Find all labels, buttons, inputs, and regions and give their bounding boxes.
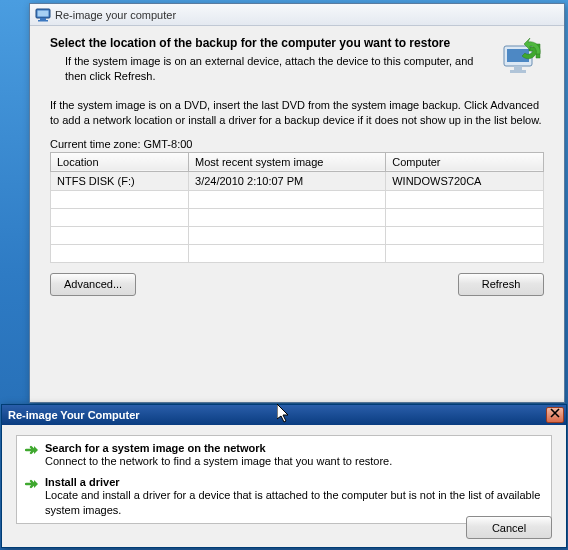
svg-rect-2 [40, 18, 46, 20]
close-button[interactable] [546, 407, 564, 423]
backup-table[interactable]: Location Most recent system image Comput… [50, 152, 544, 263]
svg-rect-3 [38, 20, 48, 22]
monitor-icon [35, 7, 51, 23]
page-subheading: If the system image is on an external de… [65, 54, 486, 84]
close-icon [550, 408, 560, 418]
table-header: Location Most recent system image Comput… [51, 152, 544, 171]
table-row[interactable] [51, 244, 544, 262]
window-title: Re-image Your Computer [8, 409, 140, 421]
col-location[interactable]: Location [51, 152, 189, 171]
reimage-dialog: Re-image your computer Select the locati… [29, 3, 565, 403]
col-computer[interactable]: Computer [386, 152, 544, 171]
titlebar: Re-image your computer [30, 4, 564, 26]
cell-location: NTFS DISK (F:) [51, 171, 189, 190]
page-heading: Select the location of the backup for th… [50, 36, 486, 50]
table-row[interactable] [51, 208, 544, 226]
svg-rect-6 [514, 66, 522, 70]
option-desc: Locate and install a driver for a device… [45, 488, 543, 517]
arrow-right-icon [25, 443, 39, 457]
option-install-driver[interactable]: Install a driver Locate and install a dr… [25, 476, 543, 517]
option-search-network[interactable]: Search for a system image on the network… [25, 442, 543, 468]
option-title: Install a driver [45, 476, 543, 488]
advanced-options-dialog: Re-image Your Computer Search for a syst… [1, 404, 567, 548]
option-desc: Connect to the network to find a system … [45, 454, 392, 468]
svg-rect-7 [510, 70, 526, 73]
cell-computer: WINDOWS720CA [386, 171, 544, 190]
titlebar[interactable]: Re-image Your Computer [2, 405, 566, 425]
advanced-button[interactable]: Advanced... [50, 273, 136, 296]
col-most-recent[interactable]: Most recent system image [189, 152, 386, 171]
timezone-label: Current time zone: GMT-8:00 [50, 138, 544, 150]
option-list: Search for a system image on the network… [16, 435, 552, 524]
table-row[interactable] [51, 190, 544, 208]
instruction-text: If the system image is on a DVD, insert … [50, 98, 544, 128]
refresh-button[interactable]: Refresh [458, 273, 544, 296]
option-title: Search for a system image on the network [45, 442, 392, 454]
cancel-button[interactable]: Cancel [466, 516, 552, 539]
arrow-right-icon [25, 477, 39, 491]
table-row[interactable] [51, 226, 544, 244]
dialog-content: Select the location of the backup for th… [30, 26, 564, 306]
table-row[interactable]: NTFS DISK (F:) 3/24/2010 2:10:07 PM WIND… [51, 171, 544, 190]
window-title: Re-image your computer [55, 9, 176, 21]
dialog-content: Search for a system image on the network… [2, 425, 566, 547]
cell-most-recent: 3/24/2010 2:10:07 PM [189, 171, 386, 190]
svg-rect-1 [38, 10, 49, 16]
restore-hero-icon [496, 36, 544, 84]
